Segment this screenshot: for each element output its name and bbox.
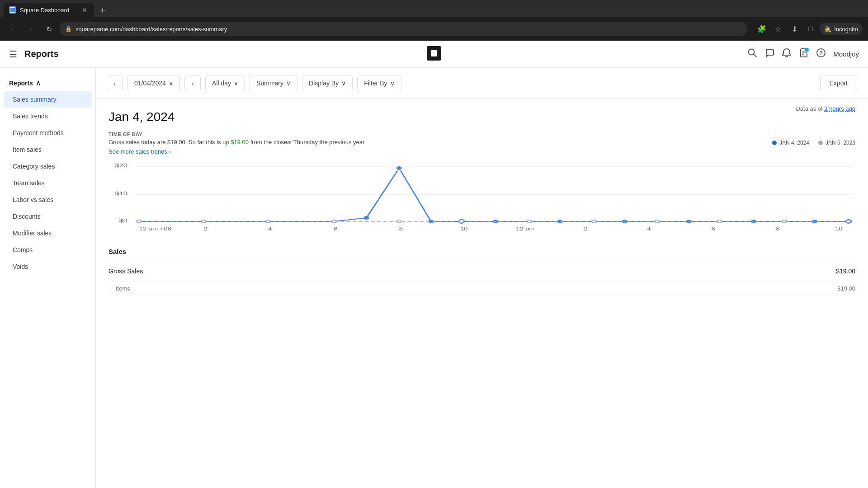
svg-text:8: 8	[399, 226, 403, 231]
date-picker-button[interactable]: 01/04/2024 ∨	[127, 75, 180, 91]
svg-text:10: 10	[835, 226, 843, 231]
prev-date-button[interactable]: ‹	[107, 75, 123, 91]
bell-button[interactable]	[782, 48, 792, 60]
filter-by-label: Filter By	[364, 80, 387, 87]
user-menu-button[interactable]: Moodjoy	[833, 50, 859, 58]
svg-text:6: 6	[712, 226, 715, 231]
main-content: ‹ 01/04/2024 ∨ › All day ∨ Summary ∨	[96, 68, 868, 488]
tab-title: Square Dashboard	[20, 7, 77, 14]
svg-text:12 pm: 12 pm	[516, 226, 535, 231]
report-date-title: Jan 4, 2024	[108, 110, 175, 124]
lock-icon: 🔒	[65, 26, 72, 32]
menu-icon[interactable]: ☰	[9, 49, 17, 60]
browser-actions: 🧩 ☆ ⬇ □ 🕵 Incognito	[755, 22, 863, 36]
sidebar-item-sales-summary[interactable]: Sales summary	[4, 91, 92, 108]
sidebar-item-sales-trends[interactable]: Sales trends	[4, 108, 92, 124]
svg-text:$20: $20	[115, 163, 128, 169]
svg-point-32	[266, 220, 270, 223]
address-bar[interactable]: 🔒 squarepame.com/dashboard/sales/reports…	[60, 22, 747, 36]
display-by-button[interactable]: Display By ∨	[302, 75, 353, 91]
search-button[interactable]	[747, 48, 757, 60]
description-prefix: Gross sales today are $19.00. So far thi…	[108, 139, 222, 145]
more-sales-trends-link[interactable]: See more sales trends ›	[108, 148, 171, 155]
sidebar-item-labor-vs-sales[interactable]: Labor vs sales	[4, 192, 92, 208]
time-filter-label: All day	[212, 80, 231, 87]
filter-by-chevron-icon: ∨	[390, 80, 395, 87]
chart-description: Gross sales today are $19.00. So far thi…	[108, 139, 366, 145]
svg-point-31	[202, 220, 206, 223]
profiles-button[interactable]: □	[803, 22, 818, 36]
svg-text:2: 2	[584, 226, 587, 231]
browser-nav: ‹ › ↻ 🔒 squarepame.com/dashboard/sales/r…	[0, 17, 868, 41]
back-button[interactable]: ‹	[5, 22, 20, 36]
tab-favicon	[9, 6, 16, 14]
svg-point-30	[137, 220, 141, 223]
active-tab[interactable]: Square Dashboard ✕	[4, 3, 94, 17]
legend-dot-2024	[772, 141, 777, 145]
data-freshness-link[interactable]: 2 hours ago	[824, 105, 855, 112]
svg-line-5	[754, 54, 756, 57]
chart-section-label: TIME OF DAY	[108, 131, 366, 137]
chart-section: TIME OF DAY Gross sales today are $19.00…	[108, 131, 855, 231]
svg-text:10: 10	[460, 226, 468, 231]
forward-button[interactable]: ›	[24, 22, 38, 36]
svg-point-37	[592, 220, 596, 223]
sidebar-item-modifier-sales[interactable]: Modifier sales	[4, 225, 92, 241]
sales-chart: $20 $10 $0 12 am +08 2 4 6	[108, 159, 855, 231]
help-button[interactable]: ?	[816, 48, 826, 60]
new-tab-button[interactable]: +	[96, 4, 109, 17]
display-by-chevron-icon: ∨	[341, 80, 346, 87]
svg-point-36	[528, 220, 532, 223]
downloads-button[interactable]: ⬇	[787, 22, 802, 36]
data-freshness: Data as of 2 hours ago	[796, 105, 855, 112]
sidebar-section-header[interactable]: Reports ∧	[0, 75, 95, 91]
svg-point-38	[655, 220, 659, 223]
date-value: 01/04/2024	[134, 80, 166, 87]
incognito-badge[interactable]: 🕵 Incognito	[820, 23, 863, 35]
svg-text:6: 6	[334, 226, 338, 231]
chart-dot	[364, 216, 369, 220]
svg-text:?: ?	[819, 50, 823, 56]
page-title: Reports	[24, 49, 59, 59]
browser-tabs: Square Dashboard ✕ +	[0, 0, 868, 17]
filter-by-button[interactable]: Filter By ∨	[357, 75, 401, 91]
summary-chevron-icon: ∨	[286, 80, 291, 87]
chart-legend: JAN 4, 2024 JAN 5, 2023	[772, 140, 855, 146]
prev-chevron-icon: ‹	[114, 80, 116, 87]
tab-close-button[interactable]: ✕	[80, 6, 89, 14]
sidebar-item-team-sales[interactable]: Team sales	[4, 175, 92, 191]
next-chevron-icon: ›	[192, 80, 193, 87]
refresh-button[interactable]: ↻	[42, 22, 56, 36]
incognito-icon: 🕵	[824, 26, 831, 33]
sales-section: Sales Gross Sales $19.00 Items $19.00	[108, 242, 855, 296]
sidebar-item-payment-methods[interactable]: Payment methods	[4, 125, 92, 141]
time-filter-button[interactable]: All day ∨	[205, 75, 245, 91]
time-chevron-icon: ∨	[234, 80, 238, 87]
legend-label-2024: JAN 4, 2024	[779, 140, 809, 146]
gross-sales-row: Gross Sales $19.00	[108, 261, 855, 282]
svg-rect-1	[10, 8, 15, 12]
sidebar-item-item-sales[interactable]: Item sales	[4, 141, 92, 158]
export-button[interactable]: Export	[820, 75, 857, 91]
legend-item-2023: JAN 5, 2023	[818, 140, 855, 146]
app: ☰ Reports ? Moodjoy	[0, 41, 868, 488]
next-date-button[interactable]: ›	[184, 75, 201, 91]
export-label: Export	[830, 80, 848, 87]
svg-text:$0: $0	[119, 218, 128, 224]
legend-dot-2023	[818, 141, 823, 145]
sidebar-item-discounts[interactable]: Discounts	[4, 208, 92, 225]
svg-point-35	[459, 220, 463, 223]
bookmark-button[interactable]: ☆	[771, 22, 785, 36]
chat-button[interactable]	[764, 48, 774, 60]
sidebar-item-voids[interactable]: Voids	[4, 258, 92, 275]
extensions-button[interactable]: 🧩	[755, 22, 769, 36]
legend-label-2023: JAN 5, 2023	[826, 140, 855, 146]
receipt-button[interactable]	[799, 48, 809, 60]
toolbar: ‹ 01/04/2024 ∨ › All day ∨ Summary ∨	[96, 68, 868, 99]
svg-point-34	[397, 220, 401, 223]
date-chevron-icon: ∨	[169, 80, 173, 87]
summary-button[interactable]: Summary ∨	[250, 75, 297, 91]
browser-chrome: Square Dashboard ✕ + ‹ › ↻ 🔒 squarepame.…	[0, 0, 868, 41]
sidebar-item-category-sales[interactable]: Category sales	[4, 158, 92, 174]
sidebar-item-comps[interactable]: Comps	[4, 242, 92, 258]
